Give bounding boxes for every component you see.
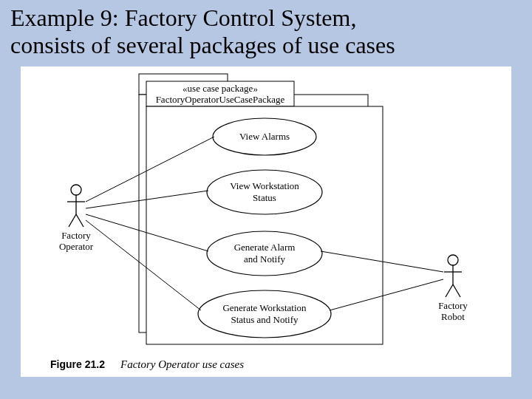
usecase-label-line2: and Notify <box>244 253 285 265</box>
actor-label-line2: Robot <box>441 311 465 322</box>
title-line-1: Example 9: Factory Control System, <box>10 4 356 31</box>
svg-line-17 <box>453 284 460 297</box>
svg-point-13 <box>448 255 458 265</box>
usecase-label-line1: Generate Workstation <box>222 302 307 313</box>
usecase-label-line1: Generate Alarm <box>234 242 296 253</box>
stick-figure-icon <box>444 255 462 297</box>
usecase-diagram: «use case package» FactoryOperatorUseCas… <box>21 66 511 377</box>
figure-number: Figure 21.2 <box>50 358 105 370</box>
usecase-label-line2: Status and Notify <box>231 314 299 325</box>
svg-line-16 <box>446 284 453 297</box>
usecase-label-line1: View Workstation <box>230 180 299 191</box>
svg-line-12 <box>76 214 83 227</box>
actor-label-line1: Factory <box>61 230 91 241</box>
svg-point-8 <box>71 185 81 195</box>
actor-label-line2: Operator <box>59 241 94 252</box>
usecase-label: View Alarms <box>239 131 290 142</box>
usecase-view-workstation-status: View Workstation Status <box>207 170 322 214</box>
slide-title: Example 9: Factory Control System, consi… <box>10 4 513 59</box>
usecase-view-alarms: View Alarms <box>213 118 316 155</box>
usecase-generate-workstation-status-notify: Generate Workstation Status and Notify <box>198 290 331 338</box>
title-line-2: consists of several packages of use case… <box>10 32 395 58</box>
stick-figure-icon <box>67 185 85 227</box>
diagram-panel: «use case package» FactoryOperatorUseCas… <box>21 66 511 377</box>
package-stereotype: «use case package» <box>183 83 258 94</box>
usecase-label-line2: Status <box>253 192 276 203</box>
actor-factory-operator: Factory Operator <box>59 185 94 252</box>
actor-label-line1: Factory <box>438 300 468 311</box>
svg-line-11 <box>69 214 76 227</box>
usecase-generate-alarm-notify: Generate Alarm and Notify <box>207 231 322 276</box>
figure-caption: Factory Operator use cases <box>120 358 244 370</box>
package-name: FactoryOperatorUseCasePackage <box>156 94 285 105</box>
actor-factory-robot: Factory Robot <box>438 255 468 322</box>
